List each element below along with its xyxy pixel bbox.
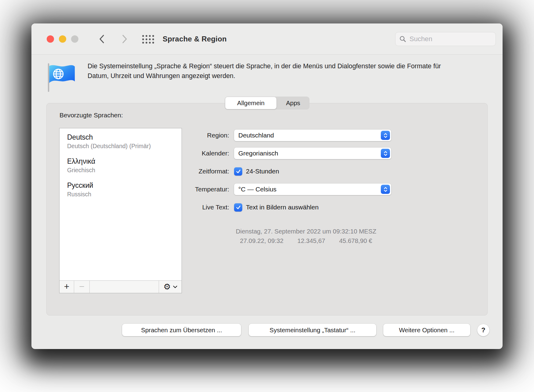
add-language-button[interactable]: + [60, 281, 74, 293]
language-detail: Russisch [67, 190, 182, 198]
region-select[interactable]: Deutschland [234, 130, 391, 141]
live-text-row: Live Text: Text in Bildern auswählen [189, 201, 434, 213]
calendar-value: Gregorianisch [238, 150, 278, 157]
format-preview-number: 12.345,67 [298, 237, 325, 244]
check-icon [236, 205, 241, 210]
search-field[interactable] [395, 32, 496, 46]
preferred-languages-list: Deutsch Deutsch (Deutschland) (Primär) Ε… [59, 128, 182, 293]
time-format-label: Zeitformat: [189, 168, 229, 175]
language-name: Deutsch [67, 133, 182, 142]
zoom-window-button[interactable] [71, 35, 78, 43]
chevron-left-icon [99, 34, 105, 44]
search-input[interactable] [410, 35, 492, 43]
format-preview-short: 27.09.22, 09:32 12.345,67 45.678,90 € [160, 236, 453, 245]
temperature-label: Temperatur: [189, 186, 229, 193]
tab-apps[interactable]: Apps [277, 97, 309, 109]
desktop-background: Sprache & Region [0, 0, 534, 392]
region-row: Region: Deutschland [189, 130, 434, 141]
tab-bar: Allgemein Apps [225, 97, 309, 109]
list-item[interactable]: Русский Russisch [67, 181, 182, 198]
language-region-flag-icon [46, 63, 76, 93]
format-preview-currency: 45.678,90 € [339, 237, 372, 244]
language-list-body: Deutsch Deutsch (Deutschland) (Primär) Ε… [60, 128, 182, 280]
live-text-label: Live Text: [189, 204, 229, 211]
show-all-settings-button[interactable] [142, 35, 155, 45]
region-value: Deutschland [238, 132, 274, 139]
time-format-row: Zeitformat: 24-Stunden [189, 166, 434, 177]
region-label: Region: [189, 132, 229, 139]
title-bar: Sprache & Region [31, 23, 503, 55]
format-preview: Dienstag, 27. September 2022 um 09:32:10… [160, 226, 453, 245]
live-text-checkbox[interactable] [234, 203, 242, 212]
calendar-label: Kalender: [189, 150, 229, 157]
list-item[interactable]: Ελληνικά Griechisch [67, 157, 182, 174]
time-format-option-label: 24-Stunden [246, 168, 279, 175]
live-text-option-label: Text in Bildern auswählen [246, 204, 319, 211]
list-item[interactable]: Deutsch Deutsch (Deutschland) (Primär) [67, 133, 182, 150]
language-region-window: Sprache & Region [31, 23, 503, 349]
stepper-icon [381, 149, 390, 158]
language-name: Ελληνικά [67, 157, 182, 166]
close-window-button[interactable] [47, 35, 54, 43]
calendar-select[interactable]: Gregorianisch [234, 148, 391, 159]
general-tab-panel: Bevorzugte Sprachen: Deutsch Deutsch (De… [46, 103, 488, 315]
keyboard-settings-button[interactable]: Systemeinstellung „Tastatur“ ... [249, 324, 376, 336]
region-settings-form: Region: Deutschland [189, 130, 434, 219]
translate-languages-button[interactable]: Sprachen zum Übersetzen ... [122, 324, 241, 336]
check-icon [236, 169, 241, 174]
pane-description: Die Systemeinstellung „Sprache & Region“… [88, 61, 448, 81]
page-title: Sprache & Region [163, 23, 227, 55]
gear-icon: ⚙ [163, 283, 171, 291]
temperature-select[interactable]: °C — Celsius [234, 184, 391, 195]
format-preview-date: 27.09.22, 09:32 [240, 237, 283, 244]
chevron-down-icon [173, 286, 177, 288]
back-button[interactable] [97, 34, 107, 44]
language-detail: Deutsch (Deutschland) (Primär) [67, 142, 182, 150]
search-icon [399, 35, 406, 43]
preferred-languages-label: Bevorzugte Sprachen: [60, 112, 123, 119]
format-preview-datetime-long: Dienstag, 27. September 2022 um 09:32:10… [160, 226, 453, 236]
help-button[interactable]: ? [477, 324, 489, 336]
temperature-value: °C — Celsius [238, 186, 276, 193]
language-list-toolbar: + − ⚙ [60, 280, 182, 293]
more-options-button[interactable]: Weitere Optionen ... [383, 324, 470, 336]
toolbar-spacer [90, 281, 159, 293]
calendar-row: Kalender: Gregorianisch [189, 148, 434, 159]
temperature-row: Temperatur: °C — Celsius [189, 184, 434, 195]
stepper-icon [381, 185, 390, 194]
language-name: Русский [67, 181, 182, 190]
stepper-icon [381, 131, 390, 140]
language-actions-menu-button[interactable]: ⚙ [159, 281, 182, 293]
time-format-checkbox[interactable] [234, 167, 242, 176]
tab-allgemein[interactable]: Allgemein [225, 97, 276, 109]
chevron-right-icon [121, 34, 128, 44]
minimize-window-button[interactable] [59, 35, 66, 43]
language-detail: Griechisch [67, 166, 182, 174]
forward-button[interactable] [119, 34, 130, 44]
grid-icon [142, 35, 155, 44]
remove-language-button[interactable]: − [74, 281, 90, 293]
